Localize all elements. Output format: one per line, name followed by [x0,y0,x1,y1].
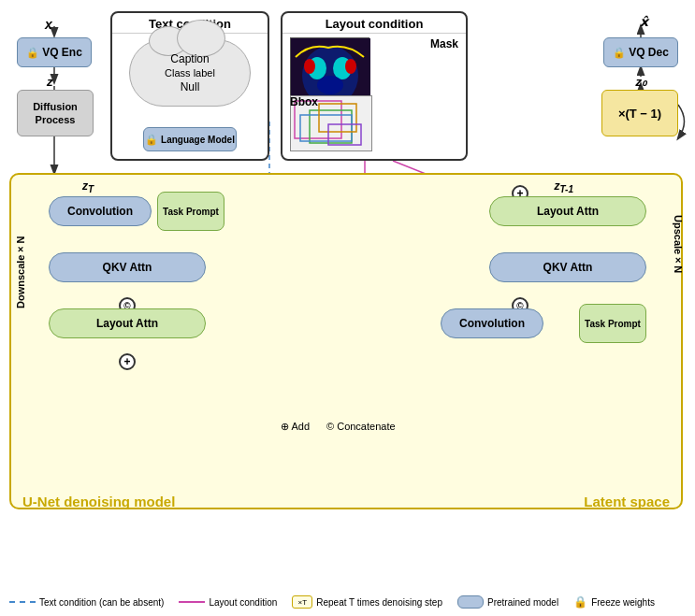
language-model-label: Language Model [161,135,235,145]
lock-icon-lang: 🔒 [145,134,158,146]
task-prompt-left-box: Task Prompt [157,192,224,231]
legend-text-condition-label: Text condition (can be absent) [39,597,164,608]
convolution-right-label: Convolution [459,317,525,330]
add-concat-annotation: ⊕ Add © Concatenate [281,421,396,433]
x-hat-label: x̂ [640,14,648,29]
downscale-label: Downscale×N [15,215,26,308]
z0-label: z₀ [636,75,647,89]
svg-rect-40 [300,115,352,141]
diffusion-process-box: Diffusion Process [17,90,94,136]
legend-freeze: 🔒 Freeze weights [573,595,655,609]
z-label: z [47,75,53,89]
svg-point-37 [345,59,356,74]
svg-point-36 [304,59,315,74]
legend-pretrained-box [457,595,484,609]
repeat-label: ×(T − 1) [618,107,661,121]
legend-line-text-condition [9,601,36,603]
layout-condition-box: Layout condition Mask [281,11,468,161]
concat-annotation: © Concatenate [326,421,396,433]
qkv-attn-right-label: QKV Attn [543,261,593,274]
caption-text: Caption [170,52,209,65]
upscale-label: Upscale×N [673,215,684,308]
svg-rect-41 [319,104,356,132]
legend-layout-condition-label: Layout condition [209,597,277,608]
legend-repeat: ×T Repeat T times denoising step [292,595,442,609]
layout-attn-right-box: Layout Attn [489,196,646,226]
zt1-label: zT-1 [555,179,573,194]
legend-line-layout-condition [179,601,205,603]
null-text: Null [181,80,200,93]
qkv-attn-left-label: QKV Attn [103,261,152,274]
legend-pretrained: Pretrained model [457,595,558,609]
legend-lock-icon: 🔒 [573,595,587,609]
legend-layout-condition: Layout condition [179,597,277,608]
class-label-text: Class label [165,67,215,79]
layout-condition-title: Layout condition [282,13,466,34]
qkv-attn-left-box: QKV Attn [49,252,206,282]
mask-label: Mask [430,37,458,50]
text-condition-box: Text condition Caption Class label Null … [110,11,269,161]
vq-dec-label: VQ Dec [629,46,669,59]
task-prompt-right-box: Task Prompt [579,304,646,343]
layout-attn-right-label: Layout Attn [537,205,599,218]
legend-repeat-box: ×T [292,595,312,609]
lock-icon-vq-dec: 🔒 [613,47,626,59]
x-input-label: x [45,17,52,32]
svg-point-35 [317,76,343,94]
legend-repeat-label: Repeat T times denoising step [316,597,442,608]
diagram-container: x 🔒 VQ Enc z Diffusion Process x̂ 🔒 VQ D… [0,0,695,616]
task-prompt-right-label: Task Prompt [585,319,641,329]
plus-circle-left-bottom: + [119,353,136,370]
bbox-label: Bbox [290,95,318,108]
repeat-box: ×(T − 1) [601,90,678,136]
convolution-left-box: Convolution [49,196,152,226]
layout-attn-left-box: Layout Attn [49,308,206,338]
legend-freeze-label: Freeze weights [591,597,655,608]
convolution-right-box: Convolution [441,308,543,338]
vq-enc-label: VQ Enc [42,46,82,59]
language-model-box: 🔒 Language Model [143,127,237,151]
lock-icon-vq-enc: 🔒 [26,47,39,59]
convolution-left-label: Convolution [67,205,133,218]
diffusion-process-label: Diffusion Process [18,100,93,127]
unet-label: U-Net denoising model [22,494,175,509]
latent-label: Latent space [584,494,670,509]
add-annotation: ⊕ Add [281,421,310,433]
legend-text-condition: Text condition (can be absent) [9,597,164,608]
layout-attn-left-label: Layout Attn [96,317,158,330]
zt-label: zT [82,179,94,194]
vq-enc-box: 🔒 VQ Enc [17,37,92,67]
legend-pretrained-label: Pretrained model [487,597,558,608]
cloud-shape: Caption Class label Null [129,39,251,107]
task-prompt-left-label: Task Prompt [163,207,219,217]
legend: Text condition (can be absent) Layout co… [9,595,683,609]
vq-dec-box: 🔒 VQ Dec [603,37,678,67]
qkv-attn-right-box: QKV Attn [489,252,646,282]
